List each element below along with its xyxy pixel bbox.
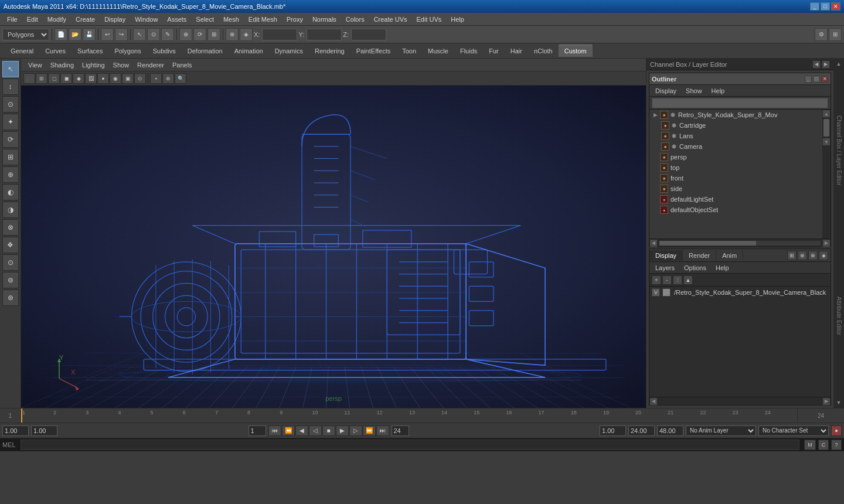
tab-surfaces[interactable]: Surfaces bbox=[72, 45, 108, 57]
end-time-input[interactable] bbox=[628, 425, 655, 436]
prev-frame-button[interactable]: ◀ bbox=[295, 425, 308, 436]
menu-window[interactable]: Window bbox=[130, 15, 162, 24]
outliner-help-menu[interactable]: Help bbox=[708, 86, 729, 96]
outliner-search-input[interactable] bbox=[652, 98, 828, 108]
vp-icon-region[interactable]: ▪ bbox=[150, 73, 162, 84]
tb-undo[interactable]: ↩ bbox=[101, 28, 114, 41]
tool-snap-grid[interactable]: ⊙ bbox=[2, 254, 19, 271]
cb-hscroll-left[interactable]: ◀ bbox=[649, 397, 658, 406]
edge-btn-top[interactable]: ▲ bbox=[835, 60, 843, 68]
vp-menu-shading[interactable]: Shading bbox=[47, 60, 77, 70]
channel-box-sidebar-label[interactable]: Channel Box / Layer Editor bbox=[836, 68, 842, 233]
tab-toon[interactable]: Toon bbox=[396, 45, 422, 57]
cb-tab-anim[interactable]: Anim bbox=[716, 250, 743, 261]
vp-icon-camera[interactable]: 🎥 bbox=[23, 73, 35, 84]
outliner-item-lans[interactable]: ■ Lans bbox=[649, 131, 822, 141]
vp-icon-tex[interactable]: 🖼 bbox=[85, 73, 97, 84]
tb-snap[interactable]: ⊗ bbox=[226, 28, 239, 41]
outliner-item-side[interactable]: ▶ ■ side bbox=[649, 183, 822, 194]
tool-manip[interactable]: ⊕ bbox=[2, 166, 19, 183]
polygon-mode-select[interactable]: Polygons bbox=[2, 29, 49, 40]
tab-animation[interactable]: Animation bbox=[229, 45, 269, 57]
outliner-scroll-up[interactable]: ▲ bbox=[822, 110, 831, 118]
menu-assets[interactable]: Assets bbox=[162, 15, 191, 24]
cb-layer-item[interactable]: V /Retro_Style_Kodak_Super_8_Movie_Camer… bbox=[649, 287, 831, 298]
y-input[interactable] bbox=[307, 29, 342, 40]
cb-layer-options-btn[interactable]: ⋮ bbox=[673, 275, 682, 285]
cb-del-layer-btn[interactable]: - bbox=[662, 275, 672, 285]
tab-fur[interactable]: Fur bbox=[483, 45, 505, 57]
outliner-item-front[interactable]: ▶ ■ front bbox=[649, 173, 822, 183]
cb-expand-btn[interactable]: ▶ bbox=[822, 60, 830, 69]
start-frame-input[interactable] bbox=[2, 425, 29, 436]
tool-scale[interactable]: ⊞ bbox=[2, 149, 19, 165]
tool-paint[interactable]: ◑ bbox=[2, 202, 19, 218]
menu-create-uvs[interactable]: Create UVs bbox=[369, 15, 412, 24]
tb-lasso[interactable]: ⊙ bbox=[147, 28, 160, 41]
tool-snap-point[interactable]: ⊛ bbox=[2, 290, 19, 306]
next-frame-button[interactable]: ▷ bbox=[349, 425, 362, 436]
close-button[interactable]: ✕ bbox=[831, 2, 840, 11]
tab-muscle[interactable]: Muscle bbox=[422, 45, 454, 57]
prev-key-button[interactable]: ⏪ bbox=[282, 425, 295, 436]
viewport-canvas[interactable]: Y X persp bbox=[21, 86, 646, 408]
cb-collapse-btn[interactable]: ◀ bbox=[812, 60, 821, 69]
cb-tab-display[interactable]: Display bbox=[649, 250, 683, 261]
go-start-button[interactable]: ⏮ bbox=[268, 425, 281, 436]
status-help-btn[interactable]: ? bbox=[831, 440, 842, 450]
anim-layer-select[interactable]: No Anim Layer bbox=[686, 425, 756, 436]
tool-rotate[interactable]: ⟳ bbox=[2, 131, 19, 148]
attribute-editor-tab[interactable]: Attribute Editor bbox=[836, 233, 842, 399]
menu-edit[interactable]: Edit bbox=[22, 15, 43, 24]
maximize-button[interactable]: □ bbox=[821, 2, 830, 11]
vp-icon-light1[interactable]: ● bbox=[97, 73, 109, 84]
cb-new-layer-btn[interactable]: + bbox=[652, 275, 661, 285]
menu-edit-uvs[interactable]: Edit UVs bbox=[412, 15, 447, 24]
vp-menu-view[interactable]: View bbox=[25, 60, 46, 70]
mel-input[interactable] bbox=[21, 440, 799, 450]
cb-icon4[interactable]: ◈ bbox=[819, 251, 828, 260]
cb-options-menu[interactable]: Options bbox=[680, 263, 710, 273]
play-forward-button[interactable]: ▶ bbox=[336, 425, 349, 436]
vp-icon-wire[interactable]: ◻ bbox=[48, 73, 60, 84]
tab-curves[interactable]: Curves bbox=[39, 45, 72, 57]
outliner-item-defaultlightset[interactable]: ▶ ● defaultLightSet bbox=[649, 194, 822, 205]
z-input[interactable] bbox=[351, 29, 386, 40]
vp-icon-grid[interactable]: ⊞ bbox=[36, 73, 47, 84]
tool-move[interactable]: ✦ bbox=[2, 114, 19, 130]
tb-scale[interactable]: ⊞ bbox=[207, 28, 220, 41]
outliner-display-menu[interactable]: Display bbox=[652, 86, 680, 96]
tab-subdivs[interactable]: Subdivs bbox=[147, 45, 182, 57]
range-end-input[interactable] bbox=[392, 425, 409, 436]
cb-icon1[interactable]: ⊞ bbox=[787, 251, 797, 260]
outliner-item-root[interactable]: ▶ ■ Retro_Style_Kodak_Super_8_Mov bbox=[649, 110, 822, 120]
outliner-item-top[interactable]: ▶ ■ top bbox=[649, 162, 822, 173]
tb-snap2[interactable]: ◈ bbox=[240, 28, 253, 41]
cb-icon2[interactable]: ⊕ bbox=[798, 251, 807, 260]
cb-tab-render[interactable]: Render bbox=[683, 250, 716, 261]
cb-help-menu[interactable]: Help bbox=[712, 263, 733, 273]
menu-colors[interactable]: Colors bbox=[341, 15, 369, 24]
fps-input[interactable] bbox=[657, 425, 683, 436]
range-start-input[interactable] bbox=[249, 425, 266, 436]
tool-select2[interactable]: ↕ bbox=[2, 79, 19, 95]
outliner-maximize-btn[interactable]: □ bbox=[813, 76, 820, 83]
vp-menu-renderer[interactable]: Renderer bbox=[134, 60, 168, 70]
outliner-scroll-thumb[interactable] bbox=[823, 119, 829, 137]
vp-icon-solid[interactable]: ◆ bbox=[73, 73, 84, 84]
vp-menu-lighting[interactable]: Lighting bbox=[79, 60, 108, 70]
tab-ncloth[interactable]: nCloth bbox=[528, 45, 559, 57]
tb-open[interactable]: 📂 bbox=[69, 28, 81, 41]
stop-button[interactable]: ■ bbox=[322, 425, 335, 436]
menu-edit-mesh[interactable]: Edit Mesh bbox=[244, 15, 282, 24]
current-time-input[interactable] bbox=[600, 425, 626, 436]
tab-dynamics[interactable]: Dynamics bbox=[269, 45, 309, 57]
tool-lasso[interactable]: ⊙ bbox=[2, 96, 19, 113]
tab-fluids[interactable]: Fluids bbox=[454, 45, 483, 57]
cb-icon3[interactable]: ⊗ bbox=[808, 251, 818, 260]
x-input[interactable] bbox=[262, 29, 297, 40]
tab-rendering[interactable]: Rendering bbox=[309, 45, 350, 57]
menu-display[interactable]: Display bbox=[100, 15, 130, 24]
outliner-hscroll-thumb[interactable] bbox=[659, 241, 756, 246]
tb-redo[interactable]: ↪ bbox=[115, 28, 128, 41]
